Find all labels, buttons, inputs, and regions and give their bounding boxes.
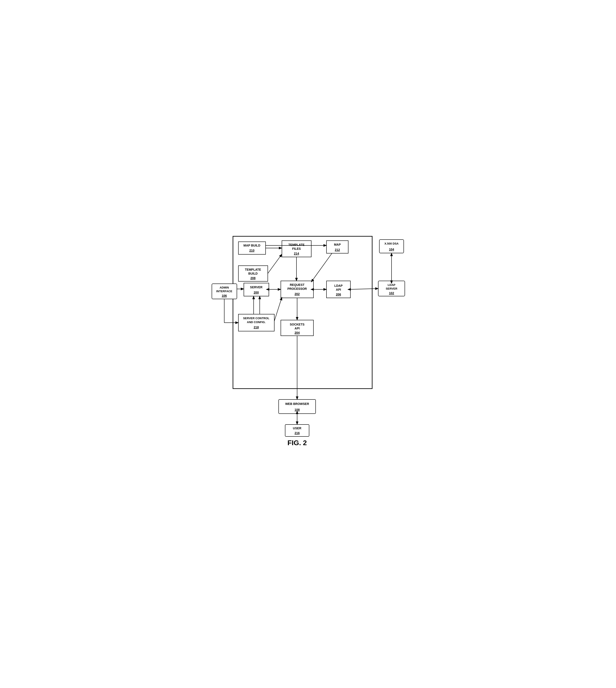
svg-text:200: 200 bbox=[254, 291, 259, 294]
svg-text:216: 216 bbox=[294, 431, 300, 435]
svg-text:102: 102 bbox=[389, 291, 394, 295]
svg-text:ADMIN: ADMIN bbox=[220, 286, 229, 289]
svg-text:202: 202 bbox=[294, 292, 300, 296]
svg-text:212: 212 bbox=[335, 248, 340, 252]
svg-text:PROCESSOR: PROCESSOR bbox=[287, 287, 307, 291]
svg-text:FILES: FILES bbox=[292, 247, 301, 251]
svg-text:TEMPLATE: TEMPLATE bbox=[245, 268, 261, 271]
svg-rect-47 bbox=[279, 400, 315, 414]
svg-text:SERVER: SERVER bbox=[386, 287, 397, 290]
svg-text:210: 210 bbox=[249, 249, 255, 252]
page-container: MAP BUILD 210 TEMPLATE BUILD 208 TEMPLAT… bbox=[210, 230, 406, 458]
svg-text:REQUEST: REQUEST bbox=[290, 283, 305, 286]
svg-text:218: 218 bbox=[254, 325, 259, 329]
svg-text:BUILD: BUILD bbox=[248, 272, 258, 275]
svg-text:MAP BUILD: MAP BUILD bbox=[243, 244, 260, 247]
svg-text:USER: USER bbox=[293, 427, 302, 430]
svg-text:X.500 DSA: X.500 DSA bbox=[384, 242, 399, 245]
svg-text:AND CONFIG.: AND CONFIG. bbox=[247, 321, 266, 324]
svg-text:206: 206 bbox=[336, 293, 341, 296]
svg-text:LDAP: LDAP bbox=[334, 284, 343, 287]
svg-text:API: API bbox=[294, 327, 300, 330]
svg-text:API: API bbox=[336, 288, 341, 291]
svg-text:108: 108 bbox=[294, 408, 300, 411]
svg-text:MAP: MAP bbox=[334, 243, 340, 246]
svg-text:106: 106 bbox=[222, 294, 227, 297]
svg-text:WEB BROWSER: WEB BROWSER bbox=[285, 402, 309, 406]
svg-text:INTERFACE: INTERFACE bbox=[216, 289, 232, 293]
svg-rect-25 bbox=[244, 283, 269, 296]
svg-text:TEMPLATE: TEMPLATE bbox=[288, 243, 305, 246]
svg-text:204: 204 bbox=[294, 331, 300, 335]
svg-text:SOCKETS: SOCKETS bbox=[290, 323, 305, 326]
svg-text:SERVER: SERVER bbox=[250, 285, 262, 289]
svg-text:104: 104 bbox=[389, 248, 394, 251]
svg-text:FIG. 2: FIG. 2 bbox=[288, 439, 307, 447]
svg-text:SERVER CONTROL: SERVER CONTROL bbox=[243, 317, 269, 320]
svg-text:LDAP: LDAP bbox=[388, 283, 395, 286]
svg-text:214: 214 bbox=[294, 252, 299, 255]
diagram-svg: MAP BUILD 210 TEMPLATE BUILD 208 TEMPLAT… bbox=[210, 230, 406, 458]
svg-text:208: 208 bbox=[250, 276, 256, 280]
